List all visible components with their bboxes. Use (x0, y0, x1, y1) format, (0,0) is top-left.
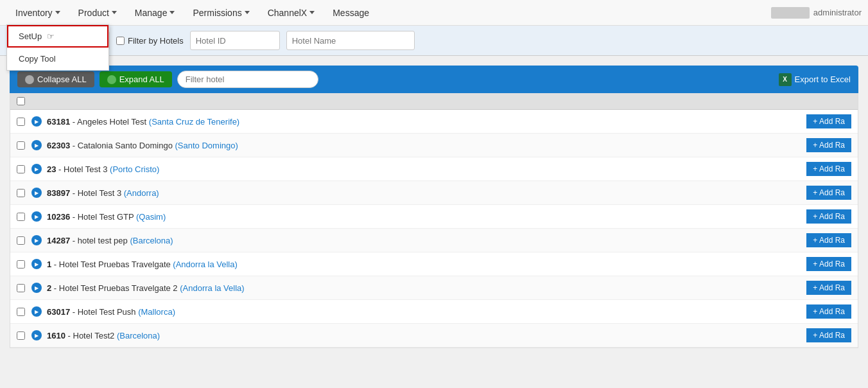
row-checkbox[interactable] (17, 165, 25, 173)
hotel-title: Hotel Test2 (73, 331, 115, 340)
hotel-name: 83897 - Hotel Test 3 (Andorra) (47, 188, 806, 198)
hotel-title: Hotel Test Pruebas Travelgate 2 (59, 283, 178, 293)
inventory-dropdown[interactable]: Inventory SetUp ☞ Copy Tool (6, 1, 69, 24)
hotel-id-input[interactable] (190, 31, 280, 50)
add-ra-button[interactable]: + Add Ra (806, 304, 851, 319)
hotel-id: 2 (47, 283, 51, 293)
manage-nav-item[interactable]: Manage (126, 0, 184, 25)
hotel-name: 63017 - Hotel Test Push (Mallorca) (47, 307, 806, 317)
row-checkbox[interactable] (17, 284, 25, 292)
expand-all-button[interactable]: Expand ALL (100, 71, 172, 87)
add-ra-button[interactable]: + Add Ra (806, 233, 851, 247)
hotel-table: 63181 - Angeles Hotel Test (Santa Cruz d… (10, 93, 858, 348)
expand-row-icon[interactable] (31, 211, 42, 222)
channelx-caret-icon (309, 11, 315, 14)
hotel-location: (Andorra la Vella) (180, 283, 244, 293)
table-row: 63017 - Hotel Test Push (Mallorca) + Add… (10, 300, 858, 324)
table-row: 1 - Hotel Test Pruebas Travelgate (Andor… (10, 252, 858, 276)
permissions-nav-item[interactable]: Permissions (184, 0, 258, 25)
row-checkbox[interactable] (17, 118, 25, 126)
add-ra-button[interactable]: + Add Ra (806, 162, 851, 176)
add-ra-button[interactable]: + Add Ra (806, 328, 851, 342)
expand-row-icon[interactable] (31, 188, 42, 198)
row-checkbox[interactable] (17, 331, 25, 340)
select-all-checkbox[interactable] (17, 97, 25, 105)
export-label: Export to Excel (795, 75, 851, 84)
hotel-name-input[interactable] (286, 31, 415, 50)
hotel-location: (Qasim) (136, 212, 166, 222)
message-nav-item[interactable]: Message (324, 0, 378, 25)
hotel-name: 63181 - Angeles Hotel Test (Santa Cruz d… (47, 117, 806, 127)
filter-by-hotels-group: Filter by Hotels (116, 36, 184, 46)
manage-label: Manage (135, 8, 168, 18)
add-ra-button[interactable]: + Add Ra (806, 281, 851, 295)
expand-row-icon[interactable] (31, 283, 42, 293)
channelx-nav-item[interactable]: ChannelX (259, 0, 324, 25)
setup-menu-item[interactable]: SetUp ☞ (7, 25, 108, 48)
hotel-name: 2 - Hotel Test Pruebas Travelgate 2 (And… (47, 283, 806, 293)
table-row: 62303 - Catalonia Santo Domingo (Santo D… (10, 134, 858, 157)
hotel-location: (Barcelona) (117, 331, 160, 340)
add-ra-button[interactable]: + Add Ra (806, 209, 851, 224)
hotel-title: Hotel Test Push (78, 307, 136, 317)
hotel-dash: - (68, 331, 73, 340)
hotel-name: 14287 - hotel test pep (Barcelona) (47, 236, 806, 245)
expand-row-icon[interactable] (31, 140, 42, 150)
row-checkbox[interactable] (17, 141, 25, 150)
hotel-location: (Santa Cruz de Tenerife) (149, 117, 239, 127)
table-row: 63181 - Angeles Hotel Test (Santa Cruz d… (10, 110, 858, 134)
table-row: 14287 - hotel test pep (Barcelona) + Add… (10, 229, 858, 252)
row-checkbox[interactable] (17, 260, 25, 269)
collapse-label: Collapse ALL (37, 75, 87, 84)
hotel-dash: - (73, 188, 78, 198)
hotel-dash: - (58, 164, 64, 174)
row-checkbox[interactable] (17, 236, 25, 245)
export-excel-button[interactable]: X Export to Excel (779, 73, 851, 86)
table-row: 23 - Hotel Test 3 (Porto Cristo) + Add R… (10, 157, 858, 181)
product-nav-item[interactable]: Product (69, 0, 126, 25)
hotel-dash: - (73, 307, 78, 317)
hotel-id: 23 (47, 164, 56, 174)
expand-row-icon[interactable] (31, 306, 42, 317)
hotel-name: 23 - Hotel Test 3 (Porto Cristo) (47, 164, 806, 174)
copy-tool-label: Copy Tool (19, 54, 56, 64)
row-checkbox[interactable] (17, 308, 25, 316)
add-ra-button[interactable]: + Add Ra (806, 138, 851, 152)
hotel-id: 1610 (47, 331, 65, 340)
table-row: 1610 - Hotel Test2 (Barcelona) + Add Ra (10, 324, 858, 348)
copy-tool-menu-item[interactable]: Copy Tool (7, 48, 108, 70)
expand-row-icon[interactable] (31, 164, 42, 174)
hotel-name: 1610 - Hotel Test2 (Barcelona) (47, 331, 806, 340)
expand-icon (107, 75, 116, 84)
expand-row-icon[interactable] (31, 259, 42, 269)
table-row: 2 - Hotel Test Pruebas Travelgate 2 (And… (10, 276, 858, 300)
hotel-rows-container: 63181 - Angeles Hotel Test (Santa Cruz d… (10, 110, 858, 348)
navbar: Inventory SetUp ☞ Copy Tool Product Mana… (0, 0, 868, 26)
row-checkbox[interactable] (17, 213, 25, 221)
expand-row-icon[interactable] (31, 235, 42, 245)
permissions-label: Permissions (193, 8, 241, 18)
table-toolbar: Collapse ALL Expand ALL X Export to Exce… (10, 66, 858, 93)
row-checkbox[interactable] (17, 189, 25, 197)
collapse-all-button[interactable]: Collapse ALL (17, 71, 94, 87)
product-label: Product (78, 8, 109, 18)
hotel-id: 63181 (47, 117, 70, 127)
table-header-row (10, 93, 858, 110)
nav-right: administrator (771, 7, 862, 19)
hotel-location: (Mallorca) (138, 307, 175, 317)
setup-label: SetUp (19, 31, 42, 41)
inventory-nav-item[interactable]: Inventory (6, 1, 69, 24)
filter-by-hotels-checkbox[interactable] (116, 37, 125, 45)
filter-hotel-input[interactable] (177, 71, 318, 88)
add-ra-button[interactable]: + Add Ra (806, 114, 851, 128)
expand-row-icon[interactable] (31, 330, 42, 340)
hotel-title: Hotel Test 3 (64, 164, 107, 174)
add-ra-button[interactable]: + Add Ra (806, 257, 851, 271)
inventory-caret-icon (55, 11, 60, 14)
hotel-dash: - (54, 260, 59, 269)
add-ra-button[interactable]: + Add Ra (806, 186, 851, 200)
hotel-location: (Andorra la Vella) (173, 260, 237, 269)
hotel-name: 62303 - Catalonia Santo Domingo (Santo D… (47, 141, 806, 150)
main-content: Collapse ALL Expand ALL X Export to Exce… (0, 56, 868, 358)
expand-row-icon[interactable] (31, 116, 42, 127)
